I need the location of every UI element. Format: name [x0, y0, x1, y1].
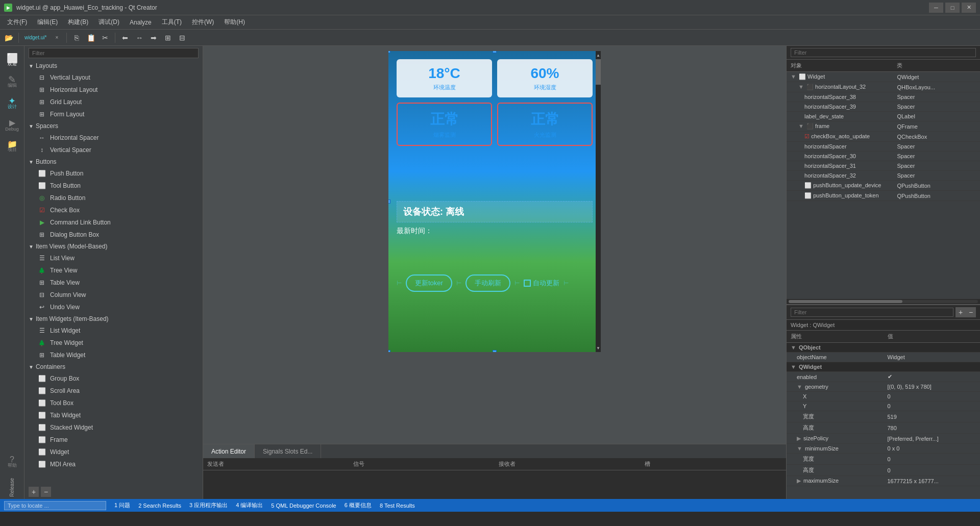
widget-tool-box[interactable]: ⬜ Tool Box [24, 397, 203, 409]
activity-edit[interactable]: ✎ 编辑 [2, 69, 22, 90]
toolbar-grid[interactable]: ⊞ [161, 31, 175, 44]
widget-horizontal-layout[interactable]: ⊞ Horizontal Layout [24, 84, 203, 96]
section-spacers[interactable]: ▼ Spacers [24, 120, 203, 132]
widget-column-view[interactable]: ⊟ Column View [24, 289, 203, 301]
tree-row-hspacer[interactable]: horizontalSpacer Spacer [787, 142, 980, 152]
scroll-up-arrow[interactable]: ▲ [596, 51, 601, 59]
expand-hlayout32[interactable]: ▼ [798, 84, 804, 90]
activity-debug[interactable]: ▶ Debug [2, 112, 22, 133]
menu-edit[interactable]: 编辑(E) [32, 16, 63, 29]
maximize-button[interactable]: □ [945, 3, 960, 13]
widget-form-layout[interactable]: ⊞ Form Layout [24, 108, 203, 120]
handle-bm[interactable] [493, 350, 497, 352]
widget-stacked-widget[interactable]: ⬜ Stacked Widget [24, 421, 203, 434]
widget-tool-button[interactable]: ⬜ Tool Button [24, 180, 203, 192]
widget-table-view[interactable]: ⊞ Table View [24, 277, 203, 289]
toolbar-grid2[interactable]: ⊟ [176, 31, 189, 44]
expand-minimumsize[interactable]: ▼ [797, 445, 802, 452]
manual-refresh-button[interactable]: 手动刷新 [465, 274, 510, 292]
toolbar-open[interactable]: 📂 [2, 31, 15, 44]
section-item-widgets[interactable]: ▼ Item Widgets (Item-Based) [24, 313, 203, 324]
toolbar-cut[interactable]: ✂ [99, 31, 112, 44]
update-token-button[interactable]: 更新toker [406, 274, 452, 292]
widget-mdi-area[interactable]: ⬜ MDI Area [24, 458, 203, 470]
widget-command-link-button[interactable]: ▶ Command Link Button [24, 216, 203, 229]
menu-tools[interactable]: 工具(T) [157, 16, 187, 29]
section-layouts[interactable]: ▼ Layouts [24, 60, 203, 71]
handle-ml[interactable] [388, 199, 390, 204]
widget-undo-view[interactable]: ↩ Undo View [24, 301, 203, 313]
remove-button[interactable]: − [41, 487, 51, 497]
widget-vertical-layout[interactable]: ⊟ Vertical Layout [24, 71, 203, 84]
toolbar-align-left[interactable]: ⬅ [118, 31, 132, 44]
props-add-btn[interactable]: + [955, 307, 966, 317]
expand-qwidget[interactable]: ▼ [791, 364, 796, 370]
handle-bl[interactable] [388, 350, 390, 352]
menu-widgets[interactable]: 控件(W) [187, 16, 219, 29]
canvas-vertical-scrollbar[interactable]: ▲ ▼ [596, 51, 601, 352]
tab-action-editor[interactable]: Action Editor [203, 444, 255, 458]
widget-tree-view[interactable]: 🌲 Tree View [24, 264, 203, 277]
status-summary[interactable]: 6 概要信息 [345, 502, 372, 509]
prop-geometry[interactable]: ▼ geometry [(0, 0), 519 x 780] [787, 382, 980, 392]
expand-sizepolicy[interactable]: ▶ [797, 435, 801, 441]
widget-grid-layout[interactable]: ⊞ Grid Layout [24, 96, 203, 108]
widget-horizontal-spacer[interactable]: ↔ Horizontal Spacer [24, 132, 203, 144]
handle-tl[interactable] [388, 51, 390, 53]
tab-signals-slots[interactable]: Signals Slots Ed... [255, 444, 321, 458]
widget-list-widget[interactable]: ☰ List Widget [24, 324, 203, 337]
status-problems[interactable]: 1 问题 [114, 502, 130, 509]
activity-project[interactable]: 📁 项目 [2, 134, 22, 154]
close-button[interactable]: ✕ [962, 3, 976, 13]
widget-canvas[interactable]: 18°C 环境温度 60% 环境湿度 正常 [388, 51, 601, 352]
prop-height[interactable]: 高度 780 [787, 422, 980, 434]
prop-sizepolicy[interactable]: ▶ sizePolicy [Preferred, Preferr...] [787, 434, 980, 444]
menu-file[interactable]: 文件(F) [2, 16, 32, 29]
section-buttons[interactable]: ▼ Buttons [24, 156, 203, 167]
widget-group-box[interactable]: ⬜ Group Box [24, 372, 203, 385]
widget-tab-widget[interactable]: ⬜ Tab Widget [24, 409, 203, 421]
expand-qobject[interactable]: ▼ [791, 344, 796, 350]
expand-maximumsize[interactable]: ▶ [797, 478, 801, 484]
prop-maximumsize[interactable]: ▶ maximumSize 16777215 x 16777... [787, 476, 980, 486]
right-tree-filter[interactable] [791, 48, 976, 57]
menu-debug[interactable]: 调试(D) [93, 16, 125, 29]
status-app-output[interactable]: 3 应用程序输出 [189, 502, 228, 509]
widget-frame[interactable]: ⬜ Frame [24, 434, 203, 446]
toolbar-copy[interactable]: ⎘ [70, 31, 83, 44]
status-qml-debugger[interactable]: 5 QML Debugger Console [271, 503, 336, 509]
minimize-button[interactable]: ─ [929, 3, 943, 13]
widget-dialog-button-box[interactable]: ⊞ Dialog Button Box [24, 229, 203, 241]
tree-row-hspacer39[interactable]: horizontalSpacer_39 Spacer [787, 102, 980, 112]
widget-push-button[interactable]: ⬜ Push Button [24, 167, 203, 180]
widget-widget[interactable]: ⬜ Widget [24, 446, 203, 458]
status-test-results[interactable]: 8 Test Results [380, 503, 415, 509]
scrollbar-thumb[interactable] [596, 59, 601, 85]
activity-welcome[interactable]: ⬜ 欢迎 [2, 48, 22, 68]
tree-row-hspacer38[interactable]: horizontalSpacer_38 Spacer [787, 92, 980, 102]
activity-design[interactable]: ✦ 设计 [2, 91, 22, 111]
tree-row-label-dev[interactable]: label_dev_state QLabel [787, 112, 980, 121]
expand-geometry[interactable]: ▼ [797, 384, 802, 390]
widget-tree-widget[interactable]: 🌲 Tree Widget [24, 337, 203, 349]
prop-minimumsize[interactable]: ▼ minimumSize 0 x 0 [787, 444, 980, 454]
prop-objectname[interactable]: objectName Widget [787, 353, 980, 362]
status-search-input[interactable] [4, 501, 106, 510]
scroll-down-arrow[interactable]: ▼ [596, 344, 601, 352]
tree-row-hspacer30[interactable]: horizontalSpacer_30 Spacer [787, 152, 980, 161]
toolbar-close-tab[interactable]: × [50, 31, 63, 44]
add-button[interactable]: + [29, 487, 39, 497]
prop-x[interactable]: X 0 [787, 392, 980, 402]
prop-min-height[interactable]: 高度 0 [787, 465, 980, 476]
section-containers[interactable]: ▼ Containers [24, 361, 203, 372]
props-remove-btn[interactable]: − [966, 307, 976, 317]
tree-row-hspacer31[interactable]: horizontalSpacer_31 Spacer [787, 161, 980, 171]
widget-list-view[interactable]: ☰ List View [24, 252, 203, 264]
handle-tm[interactable] [493, 51, 497, 53]
widget-table-widget[interactable]: ⊞ Table Widget [24, 349, 203, 361]
toolbar-align-right[interactable]: ➡ [147, 31, 160, 44]
menu-help[interactable]: 帮助(H) [219, 16, 250, 29]
tree-horizontal-scroll[interactable] [787, 299, 980, 304]
status-compile-output[interactable]: 4 编译输出 [236, 502, 263, 509]
widget-vertical-spacer[interactable]: ↕ Vertical Spacer [24, 144, 203, 156]
